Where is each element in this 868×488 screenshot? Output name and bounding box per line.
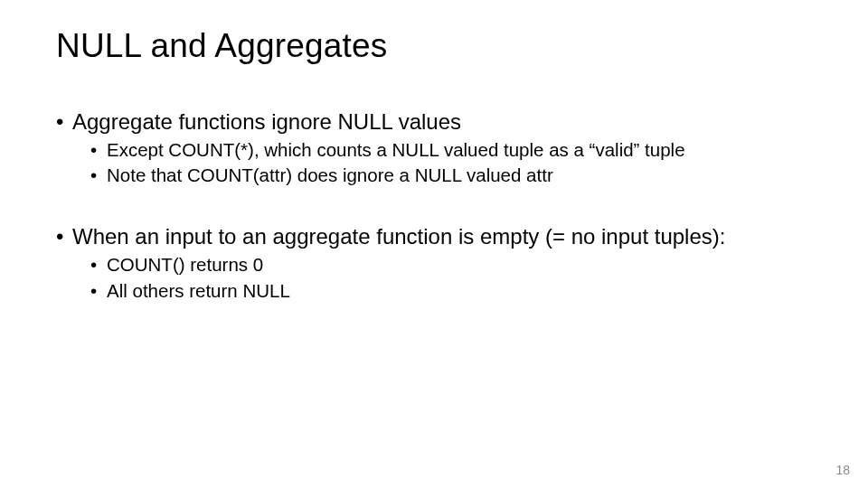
sub-bullet-item: COUNT() returns 0 [90,253,812,277]
sub-bullet-text: All others return NULL [107,280,290,301]
sub-bullet-item: Except COUNT(*), which counts a NULL val… [90,138,812,162]
sub-bullet-list: Except COUNT(*), which counts a NULL val… [90,138,812,187]
bullet-item: Aggregate functions ignore NULL values E… [56,108,812,187]
slide-title: NULL and Aggregates [56,27,812,65]
bullet-list: When an input to an aggregate function i… [56,223,812,302]
slide: NULL and Aggregates Aggregate functions … [0,0,868,488]
bullet-item: When an input to an aggregate function i… [56,223,812,302]
bullet-text: When an input to an aggregate function i… [72,224,725,249]
sub-bullet-text: COUNT() returns 0 [107,254,263,275]
sub-bullet-text: Except COUNT(*), which counts a NULL val… [107,139,685,160]
bullet-list: Aggregate functions ignore NULL values E… [56,108,812,187]
spacer [56,191,812,223]
sub-bullet-item: Note that COUNT(attr) does ignore a NULL… [90,164,812,187]
sub-bullet-text: Note that COUNT(attr) does ignore a NULL… [107,164,553,185]
bullet-text: Aggregate functions ignore NULL values [72,109,461,134]
sub-bullet-item: All others return NULL [90,279,812,303]
sub-bullet-list: COUNT() returns 0 All others return NULL [90,253,812,302]
page-number: 18 [835,463,850,477]
